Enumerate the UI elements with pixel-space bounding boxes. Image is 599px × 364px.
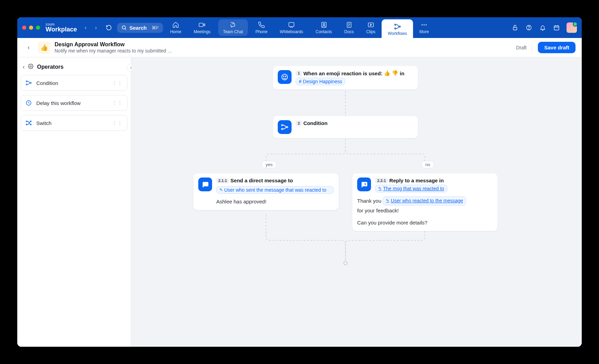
user-avatar[interactable] (567, 22, 577, 33)
svg-point-29 (26, 121, 27, 122)
svg-point-38 (282, 125, 283, 126)
svg-point-26 (26, 84, 27, 85)
nav-tab-label: Workflows (388, 31, 407, 36)
step-badge: 2.2-1 (375, 178, 388, 183)
nav-tab-whiteboards[interactable]: Whiteboards (274, 17, 309, 38)
gear-icon (28, 64, 34, 70)
history-nav: ‹ › (81, 23, 101, 32)
reply-icon (357, 178, 371, 191)
drag-handle-icon[interactable]: ⋮⋮ (112, 100, 123, 106)
close-window-icon[interactable] (22, 26, 26, 30)
bell-icon[interactable] (539, 24, 546, 31)
workflow-emoji: 👍 (38, 41, 50, 54)
nav-tab-clips[interactable]: Clips (360, 17, 382, 38)
divider (532, 44, 532, 52)
nav-tab-label: More (419, 29, 429, 34)
svg-point-31 (30, 121, 31, 122)
nav-tab-contacts[interactable]: Contacts (309, 17, 338, 38)
switch-icon (25, 119, 32, 126)
workflows-icon (393, 23, 401, 30)
nav-tab-team-chat[interactable]: Team Chat (218, 19, 248, 36)
minimize-window-icon[interactable] (29, 26, 33, 30)
svg-point-35 (282, 74, 288, 80)
svg-rect-20 (554, 26, 559, 30)
drag-handle-icon[interactable]: ⋮⋮ (112, 120, 123, 126)
nav-tab-more[interactable]: More (413, 17, 435, 38)
target-message-text: The msg that was reacted to (383, 186, 444, 191)
svg-rect-17 (513, 27, 517, 30)
pencil-icon: ✎ (386, 198, 389, 204)
reply-body: Thank you ✎ User who reacted to the mess… (352, 197, 497, 231)
svg-point-16 (426, 24, 427, 25)
workflow-titles: Design Approval Workflow Notify me when … (55, 41, 172, 54)
operator-condition[interactable]: Condition ⋮⋮ (21, 75, 127, 91)
sidebar-back-icon[interactable]: ‹ (23, 64, 25, 70)
drag-handle-icon[interactable]: ⋮⋮ (112, 80, 123, 86)
operator-label: Condition (36, 80, 108, 86)
help-icon[interactable] (525, 24, 533, 31)
nav-tab-label: Home (170, 29, 181, 34)
nav-tab-workflows[interactable]: Workflows (382, 19, 413, 38)
global-search[interactable]: Search ⌘F (117, 23, 163, 33)
clock-icon (25, 99, 32, 106)
nav-tab-meetings[interactable]: Meetings (188, 17, 217, 38)
condition-node[interactable]: 2 Condition (273, 116, 418, 138)
svg-point-37 (285, 76, 286, 77)
channel-chip[interactable]: # Design Happiness (296, 78, 345, 85)
operator-label: Switch (36, 120, 108, 126)
reply-node[interactable]: 2.2-1 Reply to a message in ✎ The msg th… (352, 173, 497, 231)
workflow-subtitle: Notify me when my manager reacts to my s… (55, 48, 172, 54)
search-placeholder: Search (130, 25, 147, 31)
trigger-text-after: in (400, 70, 404, 76)
lock-icon[interactable] (511, 24, 519, 31)
end-node[interactable] (343, 261, 348, 265)
calendar-icon[interactable] (553, 24, 560, 31)
svg-point-11 (394, 24, 396, 25)
contacts-icon (320, 21, 327, 28)
reply-body-2: Can you provide more details? (357, 219, 493, 226)
dm-title: Send a direct message to (230, 178, 293, 183)
top-navbar: zoom Workplace ‹ › Search ⌘F Home Meetin… (17, 17, 582, 38)
phone-icon (258, 21, 265, 28)
svg-point-30 (26, 124, 27, 125)
window-controls[interactable] (22, 26, 40, 30)
operator-delay[interactable]: Delay this workflow ⋮⋮ (21, 95, 127, 111)
nav-tab-docs[interactable]: Docs (338, 17, 360, 38)
nav-tab-label: Contacts (315, 29, 332, 34)
nav-tab-label: Whiteboards (280, 29, 303, 34)
branch-no-label: no (421, 161, 434, 168)
svg-point-15 (424, 24, 425, 25)
save-draft-button[interactable]: Save draft (538, 42, 576, 53)
workflow-status: Draft (516, 45, 526, 50)
reactor-chip-text: User who reacted to the message (391, 198, 463, 204)
step-badge: 1 (296, 70, 302, 76)
nav-tab-home[interactable]: Home (164, 17, 188, 38)
operator-switch[interactable]: Switch ⋮⋮ (21, 115, 127, 131)
svg-point-32 (30, 124, 31, 125)
reactor-chip[interactable]: ✎ User who reacted to the message (383, 197, 466, 205)
whiteboard-icon (288, 21, 295, 28)
dm-node[interactable]: 2.1-1 Send a direct message to ✎ User wh… (193, 173, 339, 210)
svg-rect-10 (368, 23, 373, 27)
workflow-body: ‹ Operators ‹ Condition ⋮⋮ Delay this wo… (17, 57, 582, 347)
clips-icon (368, 21, 374, 28)
chat-icon (229, 21, 236, 28)
recipient-chip-text: User who sent the message that was react… (224, 187, 326, 193)
svg-point-5 (323, 23, 325, 25)
emoji-thumbs-down: 👎 (392, 70, 398, 76)
nav-forward-button[interactable]: › (92, 23, 101, 32)
svg-point-19 (529, 29, 529, 29)
condition-icon (25, 79, 32, 86)
history-button[interactable] (104, 23, 114, 32)
trigger-node[interactable]: 1 When an emoji reaction is used: 👍 👎 in… (273, 66, 418, 89)
svg-point-24 (30, 66, 31, 67)
dm-body: Ashlee has approved! (193, 198, 339, 210)
recipient-chip[interactable]: ✎ User who sent the message that was rea… (216, 186, 334, 194)
maximize-window-icon[interactable] (36, 26, 40, 30)
nav-back-button[interactable]: ‹ (81, 23, 90, 32)
workflow-canvas[interactable]: 1 When an emoji reaction is used: 👍 👎 in… (131, 57, 582, 347)
svg-point-36 (283, 76, 284, 77)
nav-tab-phone[interactable]: Phone (249, 17, 274, 38)
back-button[interactable]: ‹ (23, 42, 34, 53)
target-message-chip[interactable]: ✎ The msg that was reacted to (375, 185, 447, 192)
